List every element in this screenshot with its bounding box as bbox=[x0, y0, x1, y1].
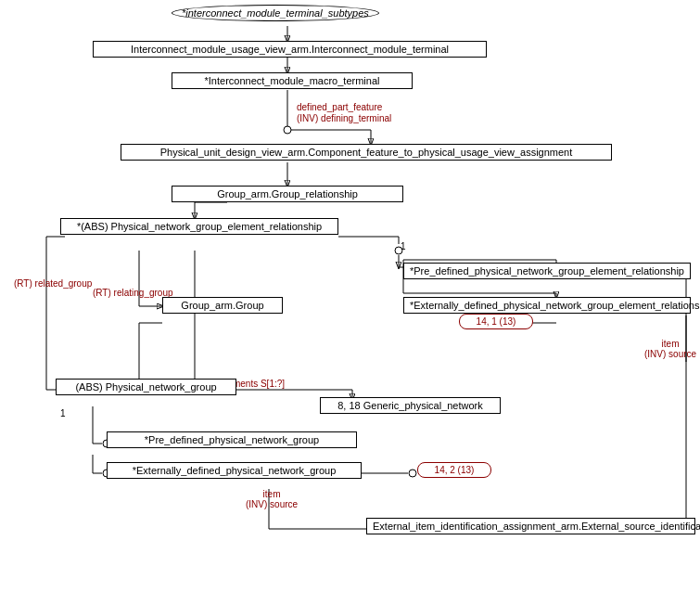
group-arm-group-node: Group_arm.Group bbox=[162, 297, 283, 314]
number-1-label: 1 bbox=[401, 241, 406, 251]
item-inv-source-right-label: itemitem (INV) source(INV) source bbox=[644, 339, 696, 359]
rt-relating-group-label: (RT) relating_group bbox=[93, 288, 173, 298]
interconnect-macro-node: *Interconnect_module_macro_terminal bbox=[172, 72, 413, 89]
group-relationship-node: Group_arm.Group_relationship bbox=[172, 186, 403, 202]
pre-defined-network-group-node: *Pre_defined_physical_network_group bbox=[107, 431, 357, 448]
abs-physical-network-group-node: (ABS) Physical_network_group bbox=[56, 379, 236, 395]
inv-defining-terminal-label: (INV) defining_terminal bbox=[297, 113, 391, 123]
interconnect-subtypes-node: *interconnect_module_terminal_subtypes bbox=[172, 5, 379, 21]
interconnect-terminal-node: Interconnect_module_usage_view_arm.Inter… bbox=[93, 41, 487, 58]
abs-physical-network-node: *(ABS) Physical_network_group_element_re… bbox=[60, 218, 338, 235]
rt-related-group-label: (RT) related_group bbox=[14, 278, 92, 289]
svg-point-42 bbox=[409, 470, 416, 477]
component-feature-node: Physical_unit_design_view_arm.Component_… bbox=[121, 144, 612, 161]
svg-point-5 bbox=[284, 126, 291, 134]
pre-defined-physical-node: *Pre_defined_physical_network_group_elem… bbox=[403, 263, 691, 279]
externally-defined-physical-node: *Externally_defined_physical_network_gro… bbox=[403, 297, 691, 314]
external-item-node: External_item_identification_assignment_… bbox=[366, 518, 695, 534]
diagram-container: *interconnect_module_terminal_subtypes I… bbox=[0, 0, 700, 592]
number-14-2-13-node: 14, 2 (13) bbox=[417, 462, 491, 478]
item-inv-source-bottom-label: item(INV) source bbox=[246, 489, 298, 509]
number-14-1-13-node: 14, 1 (13) bbox=[459, 314, 533, 329]
externally-defined-network-group-node: *Externally_defined_physical_network_gro… bbox=[107, 462, 362, 479]
number-1-group-label: 1 bbox=[60, 408, 66, 418]
generic-physical-node: 8, 18 Generic_physical_network bbox=[320, 397, 501, 414]
defined-part-feature-label: defined_part_feature bbox=[297, 102, 382, 112]
